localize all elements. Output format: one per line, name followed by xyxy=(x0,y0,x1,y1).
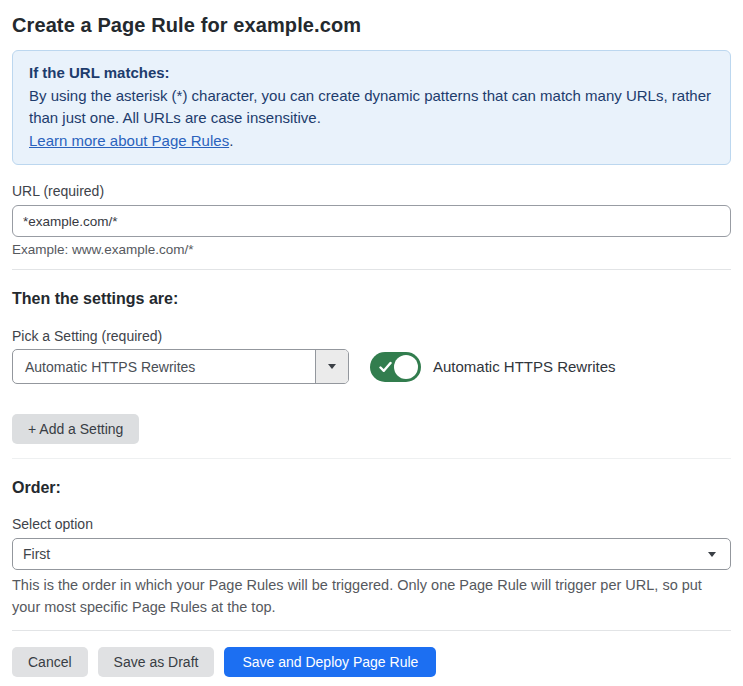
save-and-deploy-button[interactable]: Save and Deploy Page Rule xyxy=(224,647,436,677)
select-option-label: Select option xyxy=(12,516,731,532)
toggle-label: Automatic HTTPS Rewrites xyxy=(433,358,616,375)
url-matches-info-banner: If the URL matches: By using the asteris… xyxy=(12,50,731,165)
caret-down-icon xyxy=(328,364,336,369)
url-input[interactable] xyxy=(12,205,731,237)
banner-heading: If the URL matches: xyxy=(29,62,714,85)
light-divider xyxy=(12,458,731,459)
link-suffix: . xyxy=(229,132,233,149)
create-page-rule-panel: Create a Page Rule for example.com If th… xyxy=(0,14,743,677)
cancel-button[interactable]: Cancel xyxy=(12,647,88,677)
check-icon xyxy=(379,361,392,373)
order-helper-text: This is the order in which your Page Rul… xyxy=(12,574,722,618)
learn-more-link[interactable]: Learn more about Page Rules xyxy=(29,132,229,149)
https-rewrites-toggle[interactable] xyxy=(370,352,421,382)
footer-actions: Cancel Save as Draft Save and Deploy Pag… xyxy=(12,647,731,677)
setting-picker-dropdown-button[interactable] xyxy=(315,350,348,383)
section-divider xyxy=(12,269,731,270)
caret-down-icon xyxy=(708,552,716,557)
setting-row: Automatic HTTPS Rewrites Automatic HTTPS… xyxy=(12,349,731,384)
banner-body-text: By using the asterisk (*) character, you… xyxy=(29,85,714,130)
url-example-helper: Example: www.example.com/* xyxy=(12,242,731,257)
settings-section-heading: Then the settings are: xyxy=(12,290,731,308)
pick-setting-label: Pick a Setting (required) xyxy=(12,328,731,344)
footer-divider xyxy=(12,630,731,631)
order-select[interactable]: First xyxy=(12,538,731,570)
add-setting-button[interactable]: + Add a Setting xyxy=(12,414,139,444)
toggle-knob xyxy=(394,355,418,379)
url-field-label: URL (required) xyxy=(12,183,731,199)
order-select-value: First xyxy=(23,546,50,562)
setting-picker-value[interactable]: Automatic HTTPS Rewrites xyxy=(13,350,315,383)
save-as-draft-button[interactable]: Save as Draft xyxy=(98,647,215,677)
banner-link-line: Learn more about Page Rules. xyxy=(29,130,714,153)
order-section-heading: Order: xyxy=(12,479,731,497)
setting-picker[interactable]: Automatic HTTPS Rewrites xyxy=(12,349,349,384)
page-title: Create a Page Rule for example.com xyxy=(12,14,731,37)
